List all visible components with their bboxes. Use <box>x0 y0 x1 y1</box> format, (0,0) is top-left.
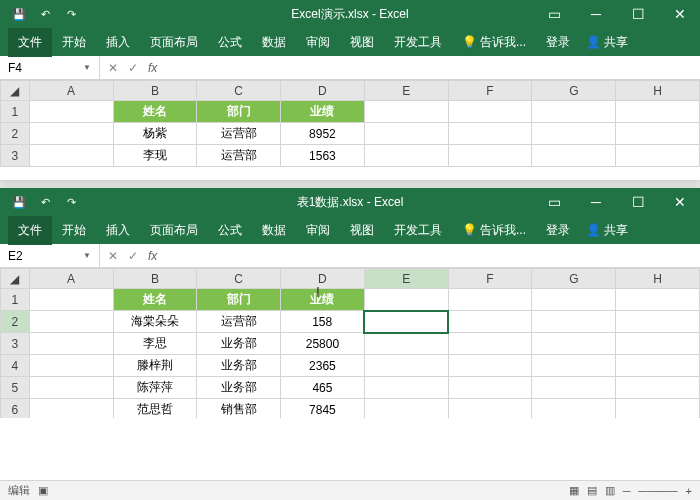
col-header[interactable]: E <box>364 269 448 289</box>
col-header[interactable]: H <box>616 269 700 289</box>
cell[interactable]: 业务部 <box>197 355 281 377</box>
cell[interactable]: 业务部 <box>197 377 281 399</box>
select-all-corner[interactable]: ◢ <box>1 269 30 289</box>
active-cell[interactable] <box>364 311 448 333</box>
tab-data[interactable]: 数据 <box>252 216 296 245</box>
tab-developer[interactable]: 开发工具 <box>384 216 452 245</box>
tab-file[interactable]: 文件 <box>8 216 52 245</box>
col-header[interactable]: D <box>281 269 365 289</box>
cell[interactable]: 465 <box>281 377 365 399</box>
cell[interactable]: 姓名 <box>113 289 197 311</box>
col-header[interactable]: C <box>197 269 281 289</box>
col-header[interactable]: A <box>29 81 113 101</box>
row-header[interactable]: 3 <box>1 145 30 167</box>
cell[interactable] <box>364 145 448 167</box>
fx-icon[interactable]: fx <box>148 249 157 263</box>
cell[interactable] <box>448 355 532 377</box>
tab-layout[interactable]: 页面布局 <box>140 216 208 245</box>
cell[interactable]: 业绩 <box>281 289 365 311</box>
cell[interactable] <box>532 377 616 399</box>
tab-review[interactable]: 审阅 <box>296 216 340 245</box>
cell[interactable] <box>448 145 532 167</box>
tab-file[interactable]: 文件 <box>8 28 52 57</box>
cell[interactable]: 运营部 <box>197 311 281 333</box>
row-header[interactable]: 1 <box>1 101 30 123</box>
login-button[interactable]: 登录 <box>536 28 580 57</box>
tell-me-search[interactable]: 💡 告诉我... <box>452 216 536 245</box>
cell[interactable] <box>29 101 113 123</box>
minimize-icon[interactable]: ─ <box>576 188 616 216</box>
cell[interactable]: 158 <box>281 311 365 333</box>
cell[interactable]: 姓名 <box>113 101 197 123</box>
tab-view[interactable]: 视图 <box>340 28 384 57</box>
cell[interactable] <box>364 123 448 145</box>
cell[interactable] <box>29 289 113 311</box>
cell[interactable] <box>448 101 532 123</box>
zoom-out-icon[interactable]: ─ <box>623 485 631 497</box>
cell[interactable] <box>616 399 700 419</box>
cell[interactable]: 25800 <box>281 333 365 355</box>
cell[interactable] <box>29 145 113 167</box>
cell[interactable] <box>616 123 700 145</box>
redo-icon[interactable]: ↷ <box>62 193 80 211</box>
cell[interactable]: 杨紫 <box>113 123 197 145</box>
col-header[interactable]: F <box>448 81 532 101</box>
save-icon[interactable]: 💾 <box>10 193 28 211</box>
cell[interactable] <box>616 311 700 333</box>
cell[interactable] <box>532 355 616 377</box>
share-button[interactable]: 👤共享 <box>580 30 634 55</box>
row-header[interactable]: 2 <box>1 311 30 333</box>
tab-home[interactable]: 开始 <box>52 216 96 245</box>
cell[interactable]: 1563 <box>281 145 365 167</box>
page-break-view-icon[interactable]: ▥ <box>605 484 615 497</box>
cell[interactable]: 陈萍萍 <box>113 377 197 399</box>
cell[interactable] <box>364 355 448 377</box>
col-header[interactable]: B <box>113 269 197 289</box>
col-header[interactable]: G <box>532 81 616 101</box>
cell[interactable] <box>448 333 532 355</box>
cell[interactable]: 李现 <box>113 145 197 167</box>
cancel-formula-icon[interactable]: ✕ <box>108 61 118 75</box>
cell[interactable] <box>448 123 532 145</box>
cell[interactable] <box>532 101 616 123</box>
cell[interactable] <box>532 399 616 419</box>
share-button[interactable]: 👤共享 <box>580 218 634 243</box>
cell[interactable]: 范思哲 <box>113 399 197 419</box>
col-header[interactable]: B <box>113 81 197 101</box>
spreadsheet-grid[interactable]: ◢ A B C D E F G H 1 姓名 部门 业绩 2 海棠 <box>0 268 700 418</box>
cell[interactable] <box>29 355 113 377</box>
tab-layout[interactable]: 页面布局 <box>140 28 208 57</box>
ribbon-options-icon[interactable]: ▭ <box>534 188 574 216</box>
tab-insert[interactable]: 插入 <box>96 28 140 57</box>
cell[interactable] <box>532 289 616 311</box>
cancel-formula-icon[interactable]: ✕ <box>108 249 118 263</box>
cell[interactable] <box>532 333 616 355</box>
cell[interactable] <box>616 377 700 399</box>
tab-insert[interactable]: 插入 <box>96 216 140 245</box>
normal-view-icon[interactable]: ▦ <box>569 484 579 497</box>
cell[interactable]: 部门 <box>197 101 281 123</box>
tab-review[interactable]: 审阅 <box>296 28 340 57</box>
tab-home[interactable]: 开始 <box>52 28 96 57</box>
cell[interactable] <box>616 101 700 123</box>
accept-formula-icon[interactable]: ✓ <box>128 61 138 75</box>
zoom-in-icon[interactable]: + <box>686 485 692 497</box>
cell[interactable] <box>448 311 532 333</box>
maximize-icon[interactable]: ☐ <box>618 188 658 216</box>
cell[interactable]: 业绩 <box>281 101 365 123</box>
save-icon[interactable]: 💾 <box>10 5 28 23</box>
page-layout-view-icon[interactable]: ▤ <box>587 484 597 497</box>
row-header[interactable]: 3 <box>1 333 30 355</box>
cell[interactable]: 运营部 <box>197 145 281 167</box>
col-header[interactable]: G <box>532 269 616 289</box>
close-icon[interactable]: ✕ <box>660 188 700 216</box>
cell[interactable] <box>29 333 113 355</box>
chevron-down-icon[interactable]: ▼ <box>83 63 91 72</box>
cell[interactable]: 2365 <box>281 355 365 377</box>
spreadsheet-grid[interactable]: ◢ A B C D E F G H 1 姓名 部门 业绩 2 杨紫 <box>0 80 700 180</box>
cell[interactable] <box>616 355 700 377</box>
cell[interactable] <box>532 123 616 145</box>
col-header[interactable]: H <box>616 81 700 101</box>
row-header[interactable]: 5 <box>1 377 30 399</box>
login-button[interactable]: 登录 <box>536 216 580 245</box>
